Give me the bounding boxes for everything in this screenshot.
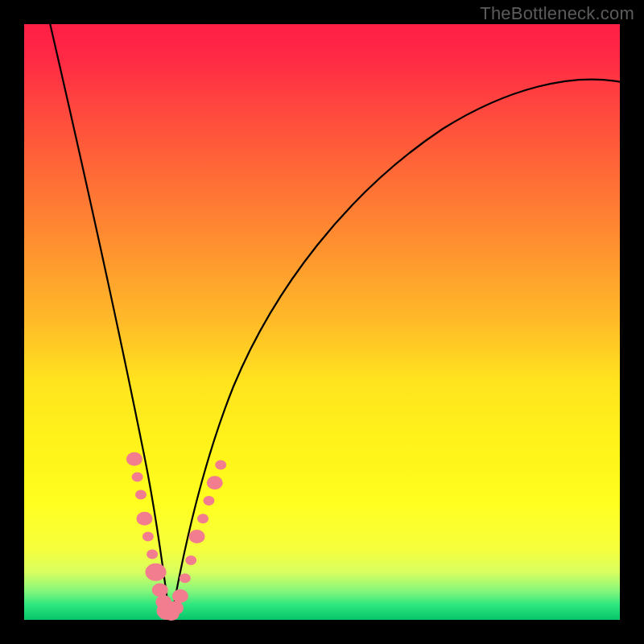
curve-marker [185, 555, 196, 565]
curve-marker [215, 460, 226, 470]
curve-marker [180, 573, 191, 583]
curve-marker [126, 452, 142, 466]
curve-marker [142, 531, 154, 541]
marker-layer [126, 452, 226, 621]
curve-svg [24, 24, 620, 620]
watermark-text: TheBottleneck.com [480, 3, 634, 24]
bottleneck-curve-left [48, 16, 169, 613]
curve-marker [167, 601, 184, 615]
curve-marker [152, 584, 168, 597]
curve-marker [207, 476, 223, 489]
curve-marker [172, 589, 188, 603]
curve-marker [132, 472, 143, 481]
curve-marker [137, 512, 153, 526]
curve-marker [146, 564, 167, 581]
curve-path-group [48, 16, 621, 615]
curve-marker [135, 490, 147, 500]
curve-marker [147, 550, 158, 559]
plot-area [24, 24, 620, 620]
curve-marker [189, 530, 205, 543]
curve-marker [203, 496, 214, 506]
bottleneck-curve-right [172, 80, 621, 613]
chart-frame: TheBottleneck.com [0, 0, 644, 644]
curve-marker [197, 514, 208, 523]
